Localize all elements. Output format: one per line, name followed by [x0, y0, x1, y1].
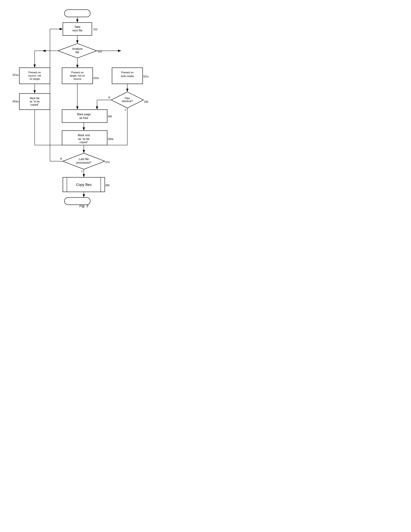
label-N-330: N [108, 96, 110, 99]
svg-rect-23 [62, 110, 107, 123]
label-320b: file [75, 51, 79, 54]
label-340-2: as free [79, 116, 88, 120]
label-321c-2: both media [121, 75, 134, 77]
ref-310: 310 [93, 28, 97, 31]
label-321b-3: source [74, 77, 81, 80]
ref-321b: 321b [93, 77, 99, 79]
label-330: Files [125, 97, 130, 100]
ref-350b: 350b [108, 138, 113, 140]
ref-380: 380 [105, 184, 110, 187]
label-N-370: N [60, 157, 62, 160]
flowchart-diagram: Take next file 310 Analyze file 320 Pres… [5, 5, 158, 208]
ref-330: 330 [144, 100, 148, 103]
label-350a-3: copied" [30, 103, 39, 106]
label-310: Take [74, 25, 80, 28]
fig-label: Fig. 3 [79, 204, 88, 208]
label-350b-3: copied" [80, 141, 88, 144]
svg-rect-40 [65, 198, 90, 205]
ref-340: 340 [108, 115, 112, 118]
ref-321a: 321a [12, 74, 18, 76]
label-340: Mark page [77, 113, 91, 116]
label-310b: next file [72, 29, 82, 32]
label-350a-2: as "to be [30, 100, 40, 103]
label-321a-2: source, not [28, 74, 41, 77]
label-Y-330: Y [125, 109, 127, 111]
flowchart-svg: Take next file 310 Analyze file 320 Pres… [5, 5, 158, 208]
label-321c: Present on [121, 71, 133, 74]
label-370-2: processed? [76, 161, 91, 164]
ref-370: 370 [105, 161, 110, 164]
label-321b-2: target, not on [70, 74, 85, 77]
label-321a: Present on [28, 71, 41, 74]
svg-rect-1 [65, 10, 90, 17]
label-350a: Mark file [30, 97, 40, 100]
label-380: Copy files [76, 183, 92, 187]
label-321a-3: on target [29, 77, 40, 80]
label-321b: Present on [71, 71, 84, 74]
ref-321c: 321c [143, 75, 149, 78]
label-Y-370: Y [81, 170, 83, 173]
label-330-2: identical? [122, 100, 133, 103]
ref-350a: 350a [12, 100, 18, 103]
label-320: Analyze [72, 47, 83, 50]
label-350b-2: as "to be [78, 137, 89, 141]
label-350b: Mark rest [78, 134, 90, 137]
label-370: Last file [79, 158, 89, 161]
ref-320: 320 [97, 50, 102, 53]
